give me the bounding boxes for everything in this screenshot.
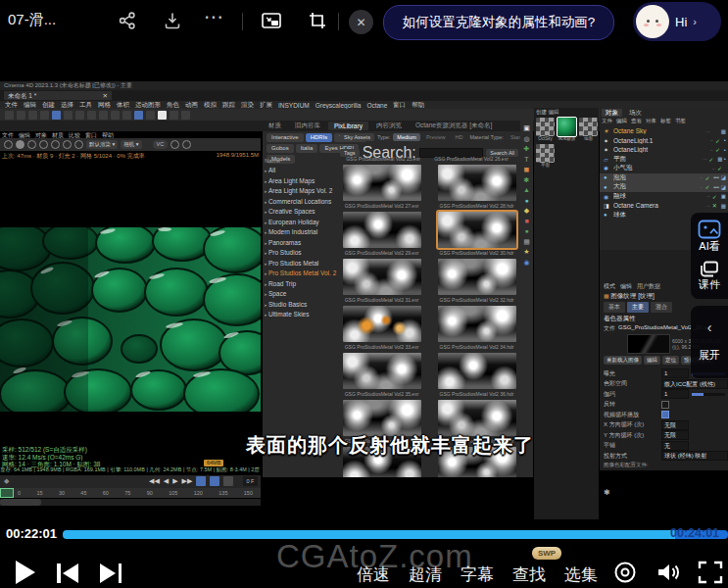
c4d-menu-item[interactable]: 帮助 [412,101,424,109]
attribute-row[interactable]: Y 方向循环 (次) 无限 [604,430,725,441]
object-tags[interactable]: ▪ [724,147,728,153]
visibility-dots[interactable]: ∙∙ [712,166,715,172]
option-icon[interactable] [170,140,179,149]
c4d-tool-icon[interactable] [146,111,155,120]
object-row[interactable]: ✶ OctaneLight ∙∙ ✓ ▪ [600,145,728,155]
autokey-button[interactable] [210,476,219,486]
volume-icon[interactable] [655,560,682,585]
hdri-thumbnail[interactable] [438,400,516,436]
c4d-tool-icon[interactable] [87,111,96,120]
play-forward-icon[interactable]: ▶ [172,477,177,485]
tree-item[interactable]: Ultimate Skies [265,310,337,320]
goto-start-icon[interactable]: ◀◀ [149,477,160,485]
hdri-thumbnail[interactable] [343,353,421,389]
sky-assets-button[interactable]: Sky Assets [340,133,374,141]
tree-item[interactable]: Studio Basics [265,300,337,311]
c4d-tool-icon[interactable] [111,111,120,120]
attribute-row[interactable]: 色彩空间 嵌入ICC配置 (线性) [604,379,725,390]
object-name[interactable]: 融球 [613,192,704,201]
c4d-menu-item[interactable]: 渲染 [241,101,254,109]
c4d-tool-icon[interactable] [158,111,167,120]
tree-item[interactable]: Creative Spaces [265,207,337,218]
attribute-row[interactable]: 伽玛 1 [604,389,725,400]
visibility-dots[interactable]: ∙∙ [710,137,713,143]
hdri-thumbnail[interactable] [343,165,421,201]
c4d-menu-item[interactable]: 网格 [98,101,111,109]
attribute-value[interactable]: 1 [661,389,689,399]
hdri-thumbnail[interactable] [438,212,516,248]
c4d-menu-item[interactable]: INSYDIUM [278,102,310,109]
object-row[interactable]: ◉ 融球 ∙∙ ✓ ▣ [600,192,728,202]
enable-check-icon[interactable]: ✕ [712,202,719,209]
hdri-cell[interactable]: GSG ProStudiosMetal Vol2 31.exr [339,259,424,303]
tree-item[interactable]: Pro Studios Metal [265,259,337,270]
attribute-value[interactable]: 无限 [661,420,689,430]
c4d-tool-icon[interactable] [64,111,73,120]
tree-item[interactable]: Panoramas [265,238,337,249]
enable-check-icon[interactable]: ✓ [715,146,722,153]
attribute-header-item[interactable]: 用户数据 [637,282,660,291]
tree-item[interactable]: Area Light Maps [265,176,337,187]
object-name[interactable]: Octane Camera [613,202,704,209]
c4d-menu-item[interactable]: 体积 [117,101,129,109]
render-passes-dropdown[interactable]: 默认渲染 ▾ [86,140,118,149]
side-widget-expand[interactable]: ‹ 展开 [691,306,728,378]
attribute-row[interactable]: X 方向循环 (次) 无限 [604,420,725,431]
palette-icon[interactable]: ▦ [523,238,530,245]
close-assistant-button[interactable]: ✕ [349,10,373,34]
enable-check-icon[interactable]: ✓ [704,183,711,190]
record-keyframe-button[interactable] [196,476,206,486]
gsg-tab[interactable]: Interactive [267,133,304,142]
record-screen-icon[interactable] [613,561,637,584]
hdri-cell[interactable]: GSG ProStudiosMetal Vol2 28.hdr [434,165,519,209]
c4d-menu-item[interactable]: 角色 [167,101,179,109]
c4d-menu-item[interactable]: 运动图形 [135,101,161,109]
c4d-tool-icon[interactable] [134,111,143,120]
enable-check-icon[interactable]: ✓ [717,165,724,172]
c4d-browser-tab[interactable]: 材质 [263,121,287,131]
tree-item[interactable]: Pro Studios Metal Vol. 2 [265,269,337,279]
attribute-row[interactable]: 平铺 无 [604,441,725,452]
progress-bar[interactable] [63,530,728,539]
hdri-thumbnail[interactable] [438,306,516,342]
enable-check-icon[interactable]: ✓ [715,137,722,144]
palette-icon[interactable]: ◍ [523,135,529,142]
ai-watch-button[interactable]: AI看 [698,220,721,254]
hdri-cell[interactable]: GSG ProStudiosMetal Vol2 33.exr [339,306,424,350]
material-swatch[interactable] [536,118,555,136]
c4d-browser-tab[interactable]: Octane资源浏览器 [未命名] [410,121,498,131]
hdri-thumbnail[interactable] [343,306,421,342]
visibility-dots[interactable]: ∙∙ [706,128,709,134]
c4d-menu-item[interactable]: 编辑 [24,101,36,109]
c4d-menu-item[interactable]: 文件 [5,101,18,109]
object-manager-tab[interactable]: 对象 [602,109,622,117]
material-pick-icon[interactable] [74,140,83,149]
hdri-cell[interactable]: GSG ProStudiosMetal Vol2 27.exr [339,165,424,209]
doc-tab-close-icon[interactable]: ✕ [103,91,108,100]
assistant-entry-button[interactable]: Hi › [633,2,721,41]
assistant-search-pill[interactable]: 如何设置克隆对象的属性和动画? [383,5,614,40]
object-row[interactable]: ● 大泡 ∙∙ ✓ ▪▪▪ ◪ [600,182,728,192]
material-swatch[interactable] [536,144,555,163]
c4d-menu-item[interactable]: 创建 [42,101,55,109]
texture-preview-thumbnail[interactable] [627,334,670,354]
enable-check-icon[interactable]: ✓ [708,156,715,163]
attribute-slider[interactable] [692,393,725,396]
texture-action-button[interactable]: 编辑 [644,356,660,365]
material-item[interactable]: 泡泡材质 [558,118,576,141]
attribute-tab[interactable]: 混合 [651,302,672,313]
hdri-thumbnail[interactable] [438,165,516,201]
c4d-browser-tab[interactable]: 内容浏览 [370,121,408,131]
sound-toggle-button[interactable] [223,476,233,486]
c4d-tool-icon[interactable] [181,111,190,120]
c4d-menu-item[interactable]: Greyscalegorilla [315,102,362,109]
type-option[interactable]: HD [451,133,466,141]
object-manager-menu-item[interactable]: 标签 [660,118,671,124]
crop-icon[interactable] [308,11,327,30]
c4d-doc-tab[interactable]: 未命名 1 * ✕ [4,91,112,100]
tree-item[interactable]: Pro Studios [265,248,337,259]
material-swatch[interactable] [558,118,576,136]
object-manager-menu-item[interactable]: 文件 [602,118,612,124]
object-row[interactable]: ● 泡泡 ∙∙ ✓ ▪▪▪ ◪ [600,173,728,183]
object-manager-menu-item[interactable]: 书签 [675,118,686,124]
